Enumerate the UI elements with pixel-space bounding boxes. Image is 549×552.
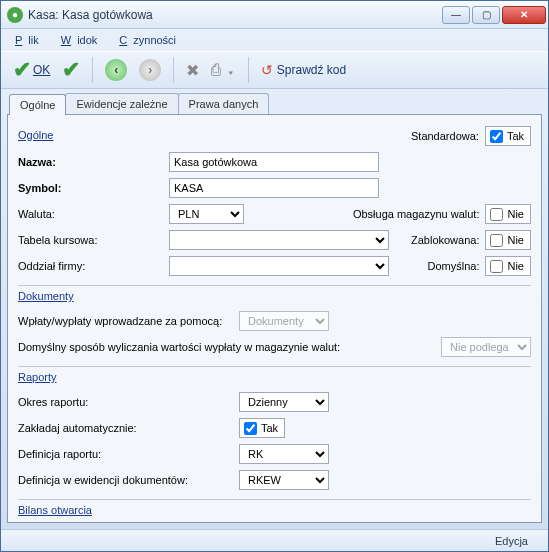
label-def-rap: Definicja raportu:	[18, 448, 233, 460]
tab-content: Ogólne Standardowa: Tak Nazwa: Symbol: W…	[7, 114, 542, 523]
tab-ogolne[interactable]: Ogólne	[9, 94, 66, 115]
titlebar: ● Kasa: Kasa gotówkowa — ▢ ✕	[1, 1, 548, 29]
tab-ewidencje[interactable]: Ewidencje zależne	[65, 93, 178, 114]
oddzial-select[interactable]	[169, 256, 389, 276]
group-raporty: Raporty	[18, 371, 531, 383]
symbol-input[interactable]	[169, 178, 379, 198]
standardowa-checkbox[interactable]: Tak	[485, 126, 531, 146]
label-obsluga: Obsługa magazynu walut:	[353, 208, 480, 220]
zakladaj-check-input[interactable]	[244, 422, 257, 435]
menu-czynnosci[interactable]: Czynności	[113, 32, 188, 48]
tools-icon: ✖	[186, 61, 199, 80]
label-domyslna: Domyślna:	[428, 260, 480, 272]
domyslna-checkbox[interactable]: Nie	[485, 256, 531, 276]
label-standardowa: Standardowa:	[411, 130, 479, 142]
def-ewid-select[interactable]: RKEW	[239, 470, 329, 490]
print-button[interactable]: ⎙ ▾	[207, 56, 239, 84]
label-okres: Okres raportu:	[18, 396, 233, 408]
maximize-button[interactable]: ▢	[472, 6, 500, 24]
confirm-button[interactable]: ✔	[58, 56, 84, 84]
minimize-button[interactable]: —	[442, 6, 470, 24]
label-symbol: Symbol:	[18, 182, 163, 194]
forward-button[interactable]: ›	[135, 56, 165, 84]
statusbar: Edycja	[1, 529, 548, 551]
label-domyslny-sposob: Domyślny sposób wyliczania wartości wypł…	[18, 341, 435, 353]
label-tabela: Tabela kursowa:	[18, 234, 163, 246]
obsluga-checkbox[interactable]: Nie	[485, 204, 531, 224]
tabbar: Ogólne Ewidencje zależne Prawa danych	[1, 89, 548, 114]
swirl-icon: ↺	[261, 62, 273, 78]
tab-prawa[interactable]: Prawa danych	[178, 93, 270, 114]
app-icon: ●	[7, 7, 23, 23]
ok-button[interactable]: ✔ OK	[9, 56, 54, 84]
close-button[interactable]: ✕	[502, 6, 546, 24]
wplaty-select[interactable]: Dokumenty	[239, 311, 329, 331]
standardowa-check-input[interactable]	[490, 130, 503, 143]
separator	[92, 57, 93, 83]
menu-plik[interactable]: Plik	[9, 32, 51, 48]
separator	[173, 57, 174, 83]
zablokowana-checkbox[interactable]: Nie	[485, 230, 531, 250]
menu-widok[interactable]: Widok	[55, 32, 110, 48]
check-icon: ✔	[13, 57, 31, 83]
check-icon: ✔	[62, 57, 80, 83]
separator	[248, 57, 249, 83]
arrow-left-icon: ‹	[105, 59, 127, 81]
waluta-select[interactable]: PLN	[169, 204, 244, 224]
domyslny-sposob-select[interactable]: Nie podlega	[441, 337, 531, 357]
window: ● Kasa: Kasa gotówkowa — ▢ ✕ Plik Widok …	[0, 0, 549, 552]
tabela-select[interactable]	[169, 230, 389, 250]
label-nazwa: Nazwa:	[18, 156, 163, 168]
domyslna-check-input[interactable]	[490, 260, 503, 273]
zablokowana-check-input[interactable]	[490, 234, 503, 247]
zakladaj-checkbox[interactable]: Tak	[239, 418, 285, 438]
label-wplaty: Wpłaty/wypłaty wprowadzane za pomocą:	[18, 315, 233, 327]
label-oddzial: Oddział firmy:	[18, 260, 163, 272]
window-title: Kasa: Kasa gotówkowa	[28, 8, 442, 22]
obsluga-check-input[interactable]	[490, 208, 503, 221]
label-zakladaj: Zakładaj automatycznie:	[18, 422, 233, 434]
arrow-right-icon: ›	[139, 59, 161, 81]
toolbar: ✔ OK ✔ ‹ › ✖ ⎙ ▾ ↺ Sprawdź kod	[1, 51, 548, 89]
def-rap-select[interactable]: RK	[239, 444, 329, 464]
group-dokumenty: Dokumenty	[18, 290, 531, 302]
label-waluta: Waluta:	[18, 208, 163, 220]
label-def-ewid: Definicja w ewidencji dokumentów:	[18, 474, 233, 486]
print-icon: ⎙ ▾	[211, 61, 235, 79]
label-zablokowana: Zablokowana:	[411, 234, 480, 246]
sprawdz-kod-button[interactable]: ↺ Sprawdź kod	[257, 56, 350, 84]
group-bilans: Bilans otwarcia	[18, 504, 531, 516]
menubar: Plik Widok Czynności	[1, 29, 548, 51]
tools-button[interactable]: ✖	[182, 56, 203, 84]
group-ogolne: Ogólne	[18, 129, 53, 141]
okres-select[interactable]: Dzienny	[239, 392, 329, 412]
status-text: Edycja	[495, 535, 528, 547]
back-button[interactable]: ‹	[101, 56, 131, 84]
nazwa-input[interactable]	[169, 152, 379, 172]
